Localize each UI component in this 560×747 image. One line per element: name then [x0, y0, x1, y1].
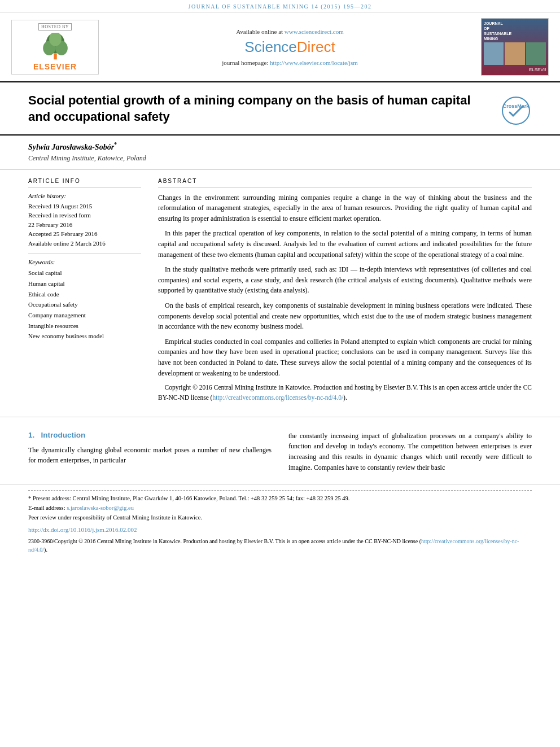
- history-accepted: Accepted 25 February 2016: [28, 229, 141, 239]
- abstract-label: ABSTRACT: [158, 178, 532, 188]
- keyword-occupational-safety: Occupational safety: [28, 299, 141, 310]
- keyword-ethical-code: Ethical code: [28, 289, 141, 300]
- elsevier-tree-icon: [38, 33, 72, 61]
- abstract-text: Changes in the environment surrounding m…: [158, 193, 532, 403]
- history-revised-label: Received in revised form: [28, 211, 141, 220]
- history-revised-date: 22 February 2016: [28, 220, 141, 230]
- hosted-by-label: HOSTED BY: [38, 23, 72, 30]
- journal-header: JOURNAL OF SUSTAINABLE MINING 14 (2015) …: [0, 0, 560, 12]
- history-received: Received 19 August 2015: [28, 202, 141, 211]
- abstract-para-3: In the study qualitative methods were pr…: [158, 264, 532, 296]
- svg-text:CrossMark: CrossMark: [503, 103, 530, 109]
- sciencedirect-logo: ScienceDirect: [244, 38, 335, 56]
- introduction-right-text: the constantly increasing impact of glob…: [288, 431, 532, 473]
- author-section: Sylwia Jarosławska-Sobór* Central Mining…: [0, 136, 560, 170]
- abstract-column: ABSTRACT Changes in the environment surr…: [158, 178, 532, 408]
- abstract-copyright: Copyright © 2016 Central Mining Institut…: [158, 383, 532, 403]
- introduction-left-text: The dynamically changing global economic…: [28, 445, 272, 466]
- elsevier-text: ELSEVIER: [33, 62, 77, 71]
- elsevier-small-icon: ELSEVIER: [529, 65, 546, 72]
- article-history: Article history: Received 19 August 2015…: [28, 193, 141, 248]
- abstract-para-4: On the basis of empirical research, key …: [158, 300, 532, 332]
- email-link[interactable]: s.jaroslawska-sobor@gig.eu: [67, 505, 134, 511]
- article-info-column: ARTICLE INFO Article history: Received 1…: [28, 178, 141, 408]
- svg-point-6: [502, 97, 530, 124]
- introduction-section: 1. Introduction The dynamically changing…: [0, 417, 560, 473]
- article-title-section: Social potential growth of a mining comp…: [0, 82, 560, 136]
- journal-homepage: journal homepage: http://www.elsevier.co…: [222, 59, 358, 66]
- publisher-header: HOSTED BY ELSEVIER Available online at w…: [0, 12, 560, 82]
- abstract-para-1: Changes in the environment surrounding m…: [158, 193, 532, 224]
- keyword-social-capital: Social capital: [28, 268, 141, 278]
- copyright-footer: 2300-3960/Copyright © 2016 Central Minin…: [28, 537, 532, 554]
- footer-notes: * Present address: Central Mining Instit…: [0, 484, 560, 560]
- elsevier-block: HOSTED BY ELSEVIER: [11, 20, 99, 75]
- keyword-company-management: Company management: [28, 310, 141, 321]
- elsevier-logo: ELSEVIER: [33, 33, 77, 71]
- introduction-heading: 1. Introduction: [28, 431, 272, 439]
- author-name: Sylwia Jarosławska-Sobór*: [28, 141, 532, 152]
- journal-cover-title: JOURNALOFSUSTAINABLEMINING: [484, 21, 546, 41]
- abstract-para-2: In this paper the practical operation of…: [158, 228, 532, 260]
- sciencedirect-url[interactable]: www.sciencedirect.com: [285, 28, 344, 35]
- publisher-center: Available online at www.sciencedirect.co…: [104, 28, 475, 66]
- available-online: Available online at www.sciencedirect.co…: [236, 28, 344, 35]
- history-label: Article history:: [28, 193, 141, 199]
- keyword-human-capital: Human capital: [28, 278, 141, 289]
- abstract-para-5: Empirical studies conducted in coal comp…: [158, 337, 532, 378]
- keywords-label: Keywords:: [28, 259, 141, 265]
- keyword-intangible-resources: Intangible resources: [28, 321, 141, 331]
- journal-cover-block: JOURNALOFSUSTAINABLEMINING ELSEVIER: [481, 18, 549, 76]
- svg-text:ELSEVIER: ELSEVIER: [529, 67, 546, 72]
- introduction-left: 1. Introduction The dynamically changing…: [28, 431, 272, 473]
- doi-link[interactable]: http://dx.doi.org/10.1016/j.jsm.2016.02.…: [28, 526, 137, 533]
- article-title: Social potential growth of a mining comp…: [28, 93, 489, 125]
- homepage-url[interactable]: http://www.elsevier.com/locate/jsm: [270, 59, 358, 66]
- crossmark-icon[interactable]: CrossMark: [501, 95, 532, 126]
- copyright-cc-link[interactable]: http://creativecommons.org/licenses/by-n…: [212, 394, 343, 401]
- main-content: ARTICLE INFO Article history: Received 1…: [0, 170, 560, 408]
- introduction-right: the constantly increasing impact of glob…: [288, 431, 532, 473]
- keyword-new-economy: New economy business model: [28, 331, 141, 342]
- footer-divider: [28, 490, 532, 491]
- journal-cover-footer: ELSEVIER: [484, 65, 546, 73]
- keywords-section: Keywords: Social capital Human capital E…: [28, 254, 141, 342]
- journal-cover: JOURNALOFSUSTAINABLEMINING ELSEVIER: [482, 19, 548, 75]
- footnote-email: E-mail address: s.jaroslawska-sobor@gig.…: [28, 504, 532, 513]
- peer-review-note: Peer review under responsibility of Cent…: [28, 513, 532, 523]
- journal-cover-images: [484, 42, 546, 65]
- svg-rect-0: [54, 53, 56, 59]
- article-info-label: ARTICLE INFO: [28, 178, 141, 188]
- footnote-address: * Present address: Central Mining Instit…: [28, 494, 532, 504]
- author-affiliation: Central Mining Institute, Katowice, Pola…: [28, 154, 532, 163]
- history-online: Available online 2 March 2016: [28, 239, 141, 248]
